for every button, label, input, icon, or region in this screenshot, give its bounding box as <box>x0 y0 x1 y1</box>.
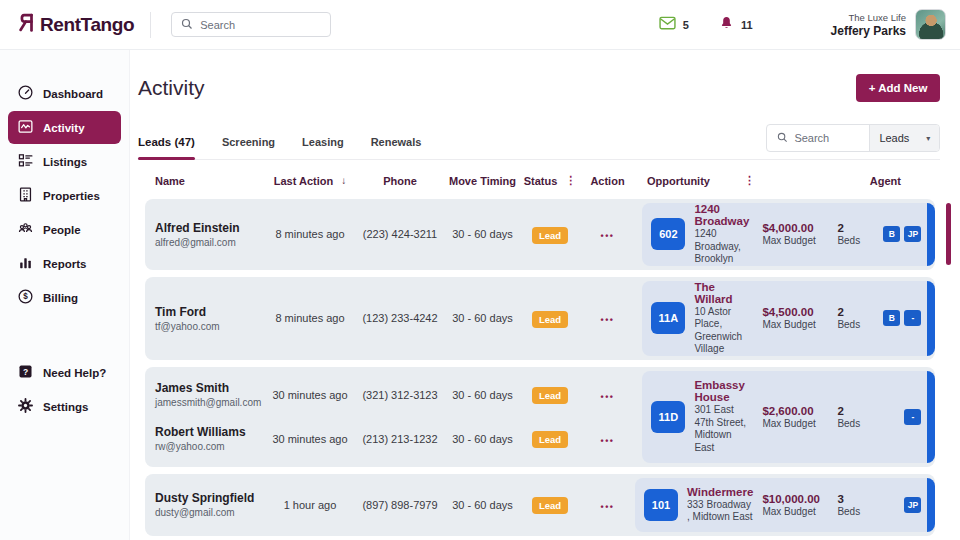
sidebar-item-settings[interactable]: Settings <box>8 390 121 423</box>
mail-icon <box>659 16 676 34</box>
opportunity-card[interactable]: 11DEmbassy House301 East 47th Street, Mi… <box>642 371 935 463</box>
main-content: Activity + Add New Leads (47) Screening … <box>130 50 960 540</box>
lead-name: James Smith <box>155 381 265 395</box>
sidebar-item-activity[interactable]: Activity <box>8 111 121 144</box>
agent-badge[interactable]: B <box>883 226 900 242</box>
filter-selected-value: Leads <box>879 132 909 144</box>
beds-label: Beds <box>837 235 870 246</box>
agent-badges: B- <box>879 310 923 326</box>
status-badge: Lead <box>532 431 568 448</box>
list-icon <box>17 152 34 171</box>
agent-badge[interactable]: JP <box>904 226 921 242</box>
beds-label: Beds <box>837 506 870 517</box>
header-status: Status⋮ <box>520 174 580 187</box>
search-icon <box>777 129 788 147</box>
opportunity-info: 1240 Broadway1240 Broadway, Brooklyn <box>694 203 753 266</box>
lead-name: Alfred Einstein <box>155 221 265 235</box>
add-new-button[interactable]: + Add New <box>856 74 941 102</box>
notifications-button[interactable]: 11 <box>719 15 753 35</box>
budget-label: Max Budget <box>762 506 828 517</box>
sidebar-item-properties[interactable]: Properties <box>8 179 121 212</box>
search-icon <box>181 16 193 34</box>
tab-leads[interactable]: Leads (47) <box>138 136 195 159</box>
lead-name-cell: Tim Fordtf@yahoo.com <box>145 305 265 332</box>
header-name: Name <box>145 175 265 187</box>
sidebar-item-need-help[interactable]: ? Need Help? <box>8 356 121 389</box>
table-row[interactable]: Tim Fordtf@yahoo.com8 minutes ago(123) 2… <box>145 277 935 360</box>
opportunity-card[interactable]: 101Windermere333 Broadway , Midtown East… <box>635 478 935 532</box>
agent-badge[interactable]: - <box>904 409 921 425</box>
status-column-menu-icon[interactable]: ⋮ <box>565 174 576 187</box>
opportunity-name: Embassy House <box>694 379 753 403</box>
opportunity-info: Windermere333 Broadway , Midtown East <box>687 486 753 524</box>
more-actions-button[interactable]: ••• <box>601 315 615 325</box>
lead-row: James Smithjamessmith@gmail.com30 minute… <box>145 373 642 417</box>
global-search[interactable] <box>171 12 331 37</box>
table-filter: Leads ▾ <box>766 124 940 152</box>
agent-badges: - <box>879 409 923 425</box>
sort-desc-icon: ↓ <box>341 175 346 186</box>
tab-renewals[interactable]: Renewals <box>371 136 422 159</box>
opportunity-column-menu-icon[interactable]: ⋮ <box>744 174 755 187</box>
lead-email: rw@yahoo.com <box>155 441 265 452</box>
header-phone: Phone <box>355 175 445 187</box>
more-actions-button[interactable]: ••• <box>601 392 615 402</box>
lead-name: Dusty Springfield <box>155 491 265 505</box>
brand-name: RentTango <box>40 14 134 36</box>
header-last-action[interactable]: Last Action↓ <box>265 175 355 187</box>
beds-value: 3 <box>837 493 870 505</box>
more-actions-button[interactable]: ••• <box>601 436 615 446</box>
opportunity-budget: $10,000.00Max Budget <box>762 493 828 517</box>
opportunity-name: The Willard <box>694 281 753 305</box>
filter-type-dropdown[interactable]: Leads ▾ <box>869 125 939 151</box>
more-actions-button[interactable]: ••• <box>601 231 615 241</box>
lead-move-timing: 30 - 60 days <box>445 389 520 401</box>
status-badge: Lead <box>532 311 568 328</box>
opportunity-card[interactable]: 11AThe Willard10 Astor Place, Greenwich … <box>642 281 935 356</box>
sidebar-item-label: Dashboard <box>43 88 103 100</box>
lead-name: Tim Ford <box>155 305 265 319</box>
opportunity-beds: 2Beds <box>837 222 870 246</box>
sidebar-item-people[interactable]: People <box>8 213 121 246</box>
lead-action-cell: ••• <box>580 386 635 404</box>
leads-column: James Smithjamessmith@gmail.com30 minute… <box>145 367 642 467</box>
budget-value: $4,500.00 <box>762 306 828 318</box>
agent-badges: BJP <box>879 226 923 242</box>
sidebar-item-dashboard[interactable]: Dashboard <box>8 77 121 110</box>
opportunity-beds: 2Beds <box>837 306 870 330</box>
tab-leasing[interactable]: Leasing <box>302 136 344 159</box>
agent-badge[interactable]: JP <box>904 497 921 513</box>
agent-badge[interactable]: - <box>904 310 921 326</box>
opportunity-beds: 3Beds <box>837 493 870 517</box>
sidebar-item-billing[interactable]: $ Billing <box>8 281 121 314</box>
tab-screening[interactable]: Screening <box>222 136 275 159</box>
scrollbar-thumb[interactable] <box>946 203 951 265</box>
opportunity-budget: $4,500.00Max Budget <box>762 306 828 330</box>
opportunity-card[interactable]: 6021240 Broadway1240 Broadway, Brooklyn$… <box>642 203 935 266</box>
user-menu[interactable]: The Luxe Life Jeffery Parks <box>831 9 946 40</box>
status-badge: Lead <box>532 497 568 514</box>
opportunity-name: Windermere <box>687 486 753 498</box>
messages-button[interactable]: 5 <box>659 16 689 34</box>
lead-email: dusty@gmail.com <box>155 507 265 518</box>
budget-value: $2,600.00 <box>762 405 828 417</box>
more-actions-button[interactable]: ••• <box>601 502 615 512</box>
lead-row: Dusty Springfielddusty@gmail.com1 hour a… <box>145 480 635 530</box>
opportunity-address: 301 East 47th Street, Midtown East <box>694 404 753 454</box>
lead-row: Robert Williamsrw@yahoo.com30 minutes ag… <box>145 417 642 461</box>
sidebar-item-reports[interactable]: Reports <box>8 247 121 280</box>
agent-badge[interactable]: B <box>883 310 900 326</box>
filter-search[interactable] <box>767 125 869 151</box>
brand-logo[interactable]: RentTango <box>14 12 134 37</box>
sidebar-item-listings[interactable]: Listings <box>8 145 121 178</box>
filter-search-input[interactable] <box>794 132 864 144</box>
table-row[interactable]: James Smithjamessmith@gmail.com30 minute… <box>145 367 935 467</box>
budget-label: Max Budget <box>762 235 828 246</box>
lead-phone: (321) 312-3123 <box>355 389 445 401</box>
global-search-input[interactable] <box>200 19 321 31</box>
avatar[interactable] <box>915 9 946 40</box>
table-row[interactable]: Alfred Einsteinalfred@gmail.com8 minutes… <box>145 199 935 270</box>
header-agent: Agent <box>870 175 928 187</box>
table-row[interactable]: Dusty Springfielddusty@gmail.com1 hour a… <box>145 474 935 536</box>
lead-status-cell: Lead <box>520 495 580 514</box>
